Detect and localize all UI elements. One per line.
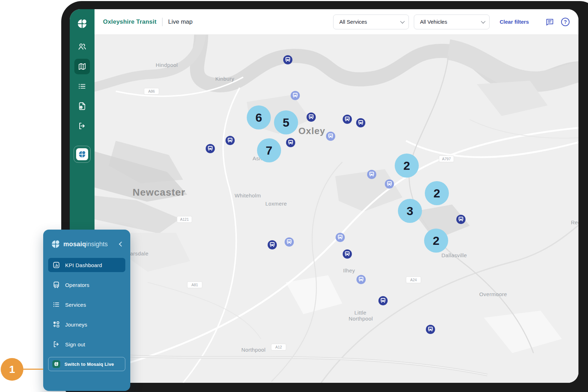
- live-map[interactable]: HindpoolKinburyOxleyAshNewcasterWhitehol…: [95, 35, 578, 383]
- header-divider: [162, 18, 162, 26]
- map-vehicle-marker[interactable]: [336, 233, 345, 242]
- map-cluster-marker[interactable]: 7: [257, 138, 281, 162]
- map-vehicle-marker[interactable]: [356, 275, 366, 284]
- map-vehicle-marker[interactable]: [385, 179, 394, 189]
- map-cluster-marker[interactable]: 5: [274, 110, 298, 134]
- map-vehicle-marker[interactable]: [456, 215, 466, 224]
- mosaiq-logo-icon: [51, 240, 60, 249]
- map-town-label: Northpool: [349, 316, 373, 322]
- nav-item-operators[interactable]: Operators: [48, 278, 125, 292]
- sign-out-icon: [78, 121, 87, 131]
- map-vehicle-marker[interactable]: [285, 237, 294, 247]
- question-mark-icon: ?: [561, 18, 570, 26]
- map-road-badge: A81: [187, 282, 202, 288]
- nav-item-label: Operators: [65, 282, 90, 288]
- app-window: .sidebar .lo{opacity:.55}: [70, 9, 578, 383]
- nav-item-journeys[interactable]: Journeys: [48, 317, 125, 332]
- services-filter-value: All Services: [339, 19, 367, 25]
- map-vehicle-marker[interactable]: [206, 144, 215, 153]
- shapes-icon: [52, 321, 60, 328]
- map-town-label: Newcaster: [132, 187, 185, 198]
- clear-filters-link[interactable]: Clear filters: [499, 19, 529, 25]
- mosaiq-live-logo-icon: [52, 360, 60, 368]
- switch-to-mosaiq-live-button[interactable]: Switch to Mosaiq Live: [48, 357, 125, 371]
- brand-title: Oxleyshire Transit: [103, 18, 156, 25]
- mosaiq-insights-panel: mosaiqinsights KPI Dashboard Operators: [43, 230, 130, 391]
- map-vehicle-marker[interactable]: [326, 132, 335, 141]
- map-town-label: Northpool: [241, 347, 266, 353]
- svg-text:5: 5: [283, 116, 290, 129]
- nav-item-label: Journeys: [65, 322, 87, 328]
- help-button[interactable]: ?: [561, 17, 570, 27]
- map-town-label: Kinbury: [215, 76, 234, 82]
- svg-text:A797: A797: [442, 157, 451, 161]
- map-town-label: Ilhey: [343, 267, 355, 273]
- file-plus-icon: [78, 102, 87, 111]
- sign-out-icon: [52, 340, 60, 348]
- map-road-badge: A121: [177, 216, 192, 223]
- map-vehicle-marker[interactable]: [367, 170, 376, 179]
- map-vehicle-marker[interactable]: [291, 91, 300, 100]
- map-vehicle-marker[interactable]: [426, 325, 435, 334]
- nav-item-label: Sign out: [65, 341, 85, 347]
- map-cluster-marker[interactable]: 6: [247, 105, 271, 129]
- map-road-badge: A797: [439, 156, 454, 162]
- map-vehicle-marker[interactable]: [378, 296, 388, 305]
- map-town-label: Overmoore: [479, 291, 507, 297]
- map-vehicle-marker[interactable]: [307, 113, 316, 122]
- map-vehicle-marker[interactable]: [343, 115, 352, 124]
- map-vehicle-marker[interactable]: [286, 138, 295, 147]
- sidebar-item-services[interactable]: [74, 79, 90, 94]
- map-cluster-marker[interactable]: 2: [425, 181, 449, 205]
- map-vehicle-marker[interactable]: [356, 118, 365, 127]
- sidebar-item-reports[interactable]: [74, 98, 90, 114]
- collapse-panel-icon[interactable]: [119, 242, 124, 247]
- annotation-step-badge: 1: [1, 358, 23, 381]
- panel-brand-light: insights: [86, 241, 108, 248]
- map-road-badge: A24: [406, 277, 421, 283]
- mosaiq-logo-icon: .sidebar .lo{opacity:.55}: [77, 18, 87, 29]
- nav-item-services[interactable]: Services: [48, 298, 125, 312]
- switch-app-tile[interactable]: [74, 146, 91, 163]
- page-title: Live map: [168, 18, 193, 25]
- map-town-label: Whiteholm: [235, 192, 261, 198]
- map-vehicle-marker[interactable]: [226, 136, 235, 145]
- bar-chart-icon: [52, 261, 60, 269]
- svg-text:2: 2: [404, 159, 410, 172]
- bus-icon: [52, 281, 60, 289]
- svg-text:A86: A86: [148, 89, 155, 93]
- map-town-label: Red: [571, 219, 578, 225]
- list-icon: [52, 301, 60, 309]
- chat-bubble-icon: [545, 17, 554, 27]
- sidebar-item-sign-out[interactable]: [74, 118, 90, 134]
- map-vehicle-marker[interactable]: [343, 249, 352, 259]
- map-cluster-marker[interactable]: 2: [424, 229, 448, 253]
- map-canvas: HindpoolKinburyOxleyAshNewcasterWhitehol…: [95, 35, 578, 383]
- vehicles-filter-value: All Vehicles: [420, 19, 447, 25]
- map-cluster-marker[interactable]: 3: [398, 199, 422, 223]
- panel-brand-bold: mosaiq: [63, 241, 86, 248]
- nav-item-kpi-dashboard[interactable]: KPI Dashboard: [48, 258, 125, 272]
- svg-text:2: 2: [434, 186, 440, 200]
- mosaiq-live-logo-icon: [76, 148, 88, 160]
- map-vehicle-marker[interactable]: [283, 55, 292, 64]
- nav-item-label: Services: [65, 302, 86, 308]
- nav-item-sign-out[interactable]: Sign out: [48, 337, 125, 351]
- chevron-down-icon: [481, 19, 486, 24]
- svg-text:A121: A121: [180, 217, 189, 221]
- svg-text:7: 7: [266, 144, 273, 157]
- sidebar-item-live-map[interactable]: [74, 59, 90, 74]
- map-icon: [78, 62, 87, 71]
- svg-text:A12: A12: [275, 345, 282, 349]
- map-road-badge: A86: [144, 88, 159, 94]
- feedback-button[interactable]: [545, 17, 554, 27]
- map-vehicle-marker[interactable]: [268, 240, 277, 249]
- map-town-label: Little: [354, 310, 366, 316]
- map-town-label: Loxmere: [265, 201, 287, 207]
- services-filter-dropdown[interactable]: All Services: [333, 15, 409, 29]
- switch-button-label: Switch to Mosaiq Live: [64, 362, 114, 367]
- vehicles-filter-dropdown[interactable]: All Vehicles: [414, 15, 490, 29]
- map-cluster-marker[interactable]: 2: [395, 154, 419, 178]
- top-header: Oxleyshire Transit Live map All Services…: [95, 9, 578, 35]
- sidebar-item-operators[interactable]: [74, 39, 90, 54]
